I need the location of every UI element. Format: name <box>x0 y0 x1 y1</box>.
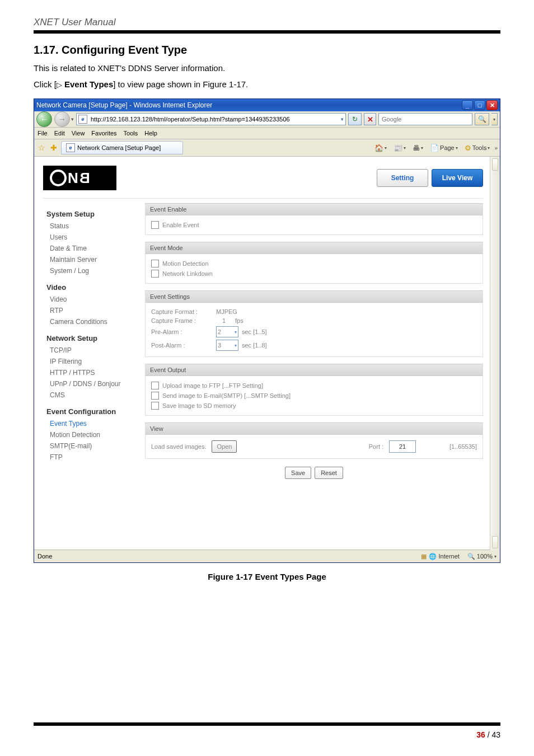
sidebar-group-event-configuration: Event Configuration <box>46 407 145 416</box>
tab-current[interactable]: e Network Camera [Setup Page] <box>61 141 183 154</box>
sidebar-item-event-types[interactable]: Event Types <box>46 418 145 429</box>
toolbar-overflow-icon[interactable]: » <box>494 145 498 151</box>
sidebar-item-camera-conditions[interactable]: Camera Conditions <box>46 316 145 327</box>
window-close-button[interactable]: ✕ <box>486 100 498 110</box>
menu-help[interactable]: Help <box>144 130 157 137</box>
sidebar-item-http-https[interactable]: HTTP / HTTPS <box>46 367 145 378</box>
search-input[interactable] <box>381 115 470 123</box>
security-checker-icon: ▦ <box>421 553 427 560</box>
enable-event-checkbox[interactable] <box>151 221 159 229</box>
search-provider-dropdown[interactable]: ▾ <box>491 113 498 125</box>
menu-edit[interactable]: Edit <box>54 130 65 137</box>
menu-file[interactable]: File <box>38 130 48 137</box>
url-input[interactable] <box>90 115 339 123</box>
motion-detection-checkbox[interactable] <box>151 260 159 267</box>
sidebar-item-tcpip[interactable]: TCP/IP <box>46 345 145 356</box>
sidebar-item-status[interactable]: Status <box>46 220 145 232</box>
status-text: Done <box>38 553 52 560</box>
panel-head-view: View <box>145 422 483 435</box>
post-alarm-select[interactable]: 3▾ <box>216 340 238 351</box>
port-input[interactable] <box>389 440 416 453</box>
port-label: Port : <box>369 443 383 450</box>
sidebar-item-ftp[interactable]: FTP <box>46 452 145 463</box>
page-icon: 📄 <box>430 144 439 152</box>
feeds-button[interactable]: 📰▾ <box>391 142 408 154</box>
footer-rule <box>34 722 500 726</box>
back-button[interactable]: ← <box>36 111 52 127</box>
pre-alarm-label: Pre-Alarm : <box>151 328 213 335</box>
sidebar-item-cms[interactable]: CMS <box>46 389 145 401</box>
window-maximize-button[interactable]: □ <box>474 100 485 110</box>
live-view-button[interactable]: Live View <box>432 169 483 187</box>
menu-view[interactable]: View <box>72 130 85 137</box>
pre-alarm-select[interactable]: 2▾ <box>216 326 238 337</box>
upload-ftp-checkbox[interactable] <box>151 382 159 389</box>
network-linkdown-label: Network Linkdown <box>162 270 213 277</box>
panel-head-event-enable: Event Enable <box>145 203 483 215</box>
save-button[interactable]: Save <box>285 467 311 479</box>
page-content: NB Setting Live View System Setup Status… <box>34 157 500 550</box>
panel-head-event-output: Event Output <box>145 364 483 376</box>
window-title: Network Camera [Setup Page] - Windows In… <box>36 101 212 109</box>
sidebar-item-ip-filtering[interactable]: IP Filtering <box>46 356 145 367</box>
search-box[interactable] <box>378 113 472 125</box>
search-go-button[interactable]: 🔍 <box>475 113 489 125</box>
browser-window: Network Camera [Setup Page] - Windows In… <box>34 98 500 563</box>
zoom-icon[interactable]: 🔍 <box>467 553 475 560</box>
stop-button[interactable]: ✕ <box>364 113 376 125</box>
sidebar-item-users[interactable]: Users <box>46 232 145 243</box>
feed-icon: 📰 <box>394 144 402 152</box>
doc-header: XNET User Manual <box>34 17 500 28</box>
triangle-icon: ▷ <box>57 79 62 91</box>
capture-frame-unit: fps <box>235 317 243 324</box>
status-bar: Done ▦ 🌐 Internet 🔍 100% ▾ <box>34 550 500 562</box>
sidebar-group-system-setup: System Setup <box>46 210 145 218</box>
send-smtp-label: Send image to E-mail(SMTP) [...SMTP Sett… <box>162 392 291 399</box>
tab-label: Network Camera [Setup Page] <box>77 144 161 151</box>
page-sep: / <box>485 730 492 739</box>
page-current: 36 <box>476 730 485 739</box>
reset-button[interactable]: Reset <box>315 467 343 479</box>
open-button[interactable]: Open <box>212 440 237 453</box>
sidebar-item-system-log[interactable]: System / Log <box>46 265 145 276</box>
page-total: 43 <box>491 730 500 739</box>
tab-favicon-icon: e <box>66 143 75 152</box>
add-favorite-icon[interactable]: ✚ <box>49 143 59 153</box>
zone-label: Internet <box>439 553 460 560</box>
capture-format-label: Capture Format : <box>151 308 213 315</box>
cnb-logo: NB <box>43 166 377 190</box>
history-dropdown-icon[interactable]: ▾ <box>71 116 74 122</box>
sidebar-item-rtp[interactable]: RTP <box>46 305 145 316</box>
home-button[interactable]: 🏠▾ <box>372 142 389 154</box>
network-linkdown-checkbox[interactable] <box>151 270 159 278</box>
forward-button[interactable]: → <box>54 111 70 127</box>
sidebar-item-smtp-email[interactable]: SMTP(E-mail) <box>46 440 145 452</box>
address-dropdown-icon[interactable]: ▾ <box>341 116 344 122</box>
vertical-scrollbar[interactable] <box>490 157 500 550</box>
sidebar-item-date-time[interactable]: Date & Time <box>46 243 145 254</box>
print-button[interactable]: 🖶▾ <box>410 142 425 154</box>
address-bar[interactable]: e ▾ <box>76 113 346 125</box>
intro-line-1: This is related to XNET's DDNS Server in… <box>34 62 500 75</box>
sidebar-item-upnp[interactable]: UPnP / DDNS / Bonjour <box>46 378 145 389</box>
capture-format-value: MJPEG <box>216 308 237 315</box>
sidebar-group-video: Video <box>46 283 145 292</box>
sidebar-item-video[interactable]: Video <box>46 294 145 305</box>
menu-favorites[interactable]: Favorites <box>91 130 116 137</box>
menu-tools[interactable]: Tools <box>124 130 138 137</box>
refresh-button[interactable]: ↻ <box>348 113 362 125</box>
tabs-bar: ☆ ✚ e Network Camera [Setup Page] 🏠▾ 📰▾ … <box>34 139 500 157</box>
command-bar: 🏠▾ 📰▾ 🖶▾ 📄Page▾ ⚙Tools▾ » <box>372 142 498 154</box>
save-sd-checkbox[interactable] <box>151 402 159 410</box>
page-menu[interactable]: 📄Page▾ <box>428 142 460 154</box>
sidebar-item-motion-detection[interactable]: Motion Detection <box>46 429 145 440</box>
send-smtp-checkbox[interactable] <box>151 392 159 400</box>
tools-menu[interactable]: ⚙Tools▾ <box>462 142 493 154</box>
sidebar-item-maintain-server[interactable]: Maintain Server <box>46 254 145 265</box>
post-alarm-label: Post-Alarm : <box>151 342 213 349</box>
setting-button[interactable]: Setting <box>377 169 428 187</box>
zoom-dropdown-icon[interactable]: ▾ <box>494 554 496 559</box>
window-minimize-button[interactable]: _ <box>462 100 473 110</box>
header-rule <box>34 30 500 34</box>
favorites-star-icon[interactable]: ☆ <box>36 143 46 153</box>
